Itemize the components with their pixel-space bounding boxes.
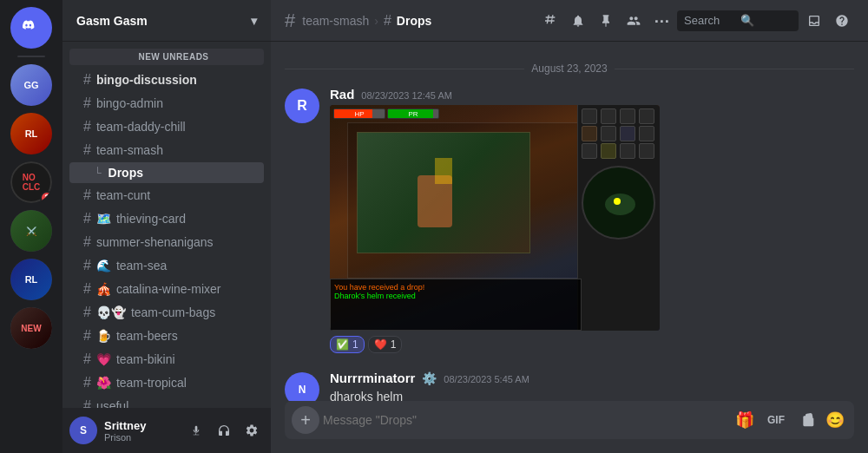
hash-icon: # xyxy=(83,211,91,226)
hash-icon: # xyxy=(83,119,91,135)
date-separator-line-left xyxy=(285,69,524,69)
deafen-button[interactable] xyxy=(212,418,236,443)
channel-item-team-tropical[interactable]: # 🌺 team-tropical xyxy=(69,371,264,394)
bell-button[interactable] xyxy=(566,9,590,33)
gif-button[interactable]: GIF xyxy=(760,408,792,432)
help-button[interactable] xyxy=(830,9,854,33)
attach-button[interactable]: + xyxy=(292,406,319,434)
message-rad: R Rad 08/23/2023 12:45 AM xyxy=(285,85,854,355)
more-icon: ⋯ xyxy=(654,11,670,30)
channel-item-team-bikini[interactable]: # 💗 team-bikini xyxy=(69,348,264,371)
channel-item-summer-shenanigans[interactable]: # summer-shenanigans xyxy=(69,231,264,253)
avatar-nurrrminatorr[interactable]: N xyxy=(285,372,319,401)
channel-emoji-team-sea: 🌊 xyxy=(96,259,111,272)
bot-icon: ⚙️ xyxy=(422,371,437,385)
server-icon-6[interactable]: NEW xyxy=(10,307,52,349)
server-icon-3[interactable]: NOCLC 2 xyxy=(10,161,52,203)
channel-name-thieving-card: thieving-card xyxy=(116,212,186,226)
home-button[interactable] xyxy=(10,7,52,49)
message-header-nurrrminatorr: Nurrrminatorr ⚙️ 08/23/2023 5:45 AM xyxy=(330,371,854,385)
new-unreads-label: NEW UNREADS xyxy=(69,49,264,65)
message-nurrrminatorr: N Nurrrminatorr ⚙️ 08/23/2023 5:45 AM dh… xyxy=(285,369,854,401)
channel-name-team-cunt: team-cunt xyxy=(96,188,150,202)
hash-icon: # xyxy=(83,95,91,111)
channel-name-summer-shenanigans: summer-shenanigans xyxy=(96,235,214,249)
hash-icon: # xyxy=(83,375,91,391)
breadcrumb-channel: Drops xyxy=(397,14,431,28)
server-divider xyxy=(17,56,45,57)
channel-item-useful[interactable]: # useful xyxy=(69,395,264,408)
server-header[interactable]: Gasm Gasm ▾ xyxy=(62,0,271,42)
reactions-rad: ✅ 1 ❤️ 1 xyxy=(330,336,854,353)
channel-emoji-tropical: 🌺 xyxy=(96,376,111,390)
hash-icon: # xyxy=(83,72,91,88)
channel-item-team-beers[interactable]: # 🍺 team-beers xyxy=(69,325,264,347)
members-button[interactable] xyxy=(621,9,646,33)
breadcrumb: team-smash › # Drops xyxy=(302,13,431,29)
message-input-box: + 🎁 GIF 😊 xyxy=(285,401,854,439)
input-actions: 🎁 GIF 😊 xyxy=(733,408,847,432)
user-status: Prison xyxy=(104,432,177,443)
hash-icon: # xyxy=(83,187,91,203)
breadcrumb-hash-icon: # xyxy=(384,13,391,29)
user-actions xyxy=(184,418,264,443)
channel-name-team-beers: team-beers xyxy=(116,329,178,343)
hash-icon: # xyxy=(83,258,91,273)
channel-item-team-daddy-chill[interactable]: # team-daddy-chill xyxy=(69,115,264,138)
channel-name-team-bikini: team-bikini xyxy=(116,352,175,366)
reaction-heart[interactable]: ❤️ 1 xyxy=(368,336,403,353)
hash-icon: # xyxy=(83,305,91,320)
emoji-button[interactable]: 😊 xyxy=(823,408,847,432)
settings-button[interactable] xyxy=(240,418,264,443)
channel-name-drops: Drops xyxy=(108,166,143,180)
channel-emoji-bikini: 💗 xyxy=(96,352,111,366)
channel-header-hash-icon: # xyxy=(285,10,295,32)
channel-sidebar: Gasm Gasm ▾ NEW UNREADS # bingo-discussi… xyxy=(62,0,271,453)
more-button[interactable]: ⋯ xyxy=(649,9,674,33)
search-bar[interactable]: Search 🔍 xyxy=(677,10,799,31)
channel-item-team-cunt[interactable]: # team-cunt xyxy=(69,184,264,207)
server-icon-gasm-gasm[interactable]: GG xyxy=(10,64,52,106)
channel-name-team-cum-bags: team-cum-bags xyxy=(131,305,215,319)
channel-name-team-smash: team-smash xyxy=(96,143,163,157)
sticker-button[interactable] xyxy=(795,408,819,432)
channel-item-catalina-wine-mixer[interactable]: # 🎪 catalina-wine-mixer xyxy=(69,278,264,300)
message-time-rad: 08/23/2023 12:45 AM xyxy=(361,90,452,101)
mute-button[interactable] xyxy=(184,418,208,443)
channel-header: # team-smash › # Drops ⋯ Se xyxy=(271,0,868,42)
server-name: Gasm Gasm xyxy=(76,14,148,28)
channel-item-team-cum-bags[interactable]: # 💀👻 team-cum-bags xyxy=(69,301,264,324)
channel-item-bingo-admin[interactable]: # bingo-admin xyxy=(69,92,264,115)
channel-item-drops[interactable]: └ Drops xyxy=(69,162,264,183)
channel-item-team-smash[interactable]: # team-smash xyxy=(69,139,264,161)
message-author-rad: Rad xyxy=(330,87,354,102)
channel-item-thieving-card[interactable]: # 🗺️ thieving-card xyxy=(69,207,264,230)
server-icon-5[interactable]: RL xyxy=(10,259,52,300)
channel-emoji-cum-bags: 💀👻 xyxy=(96,305,126,319)
hash-icon: # xyxy=(83,351,91,367)
pin-button[interactable] xyxy=(594,9,618,33)
message-time-nurrrminatorr: 08/23/2023 5:45 AM xyxy=(444,374,529,384)
hash-icon: # xyxy=(83,328,91,344)
sub-arrow-icon: └ xyxy=(94,167,102,179)
channel-item-team-sea[interactable]: # 🌊 team-sea xyxy=(69,254,264,277)
channel-list: NEW UNREADS # bingo-discussion # bingo-a… xyxy=(62,42,271,408)
hash-icon: # xyxy=(83,281,91,297)
hash-icon: # xyxy=(83,398,91,408)
channel-emoji-catalina: 🎪 xyxy=(96,282,111,296)
inbox-button[interactable] xyxy=(802,9,826,33)
main-content: # team-smash › # Drops ⋯ Se xyxy=(271,0,868,453)
chevron-down-icon: ▾ xyxy=(251,14,257,28)
date-separator-line-right xyxy=(615,69,854,69)
message-input[interactable] xyxy=(323,413,729,427)
server-icon-2[interactable]: RL xyxy=(10,113,52,154)
channel-emoji-thieving-card: 🗺️ xyxy=(96,212,111,226)
gift-button[interactable]: 🎁 xyxy=(733,408,757,432)
reaction-checkmark[interactable]: ✅ 1 xyxy=(330,336,365,353)
hash-icon: # xyxy=(83,142,91,158)
server-icon-4[interactable]: ⚔️ xyxy=(10,210,52,252)
search-icon: 🔍 xyxy=(740,14,792,27)
channel-item-bingo-discussion[interactable]: # bingo-discussion xyxy=(69,69,264,91)
hashtag-button[interactable] xyxy=(538,9,562,33)
avatar-rad[interactable]: R xyxy=(285,89,319,123)
